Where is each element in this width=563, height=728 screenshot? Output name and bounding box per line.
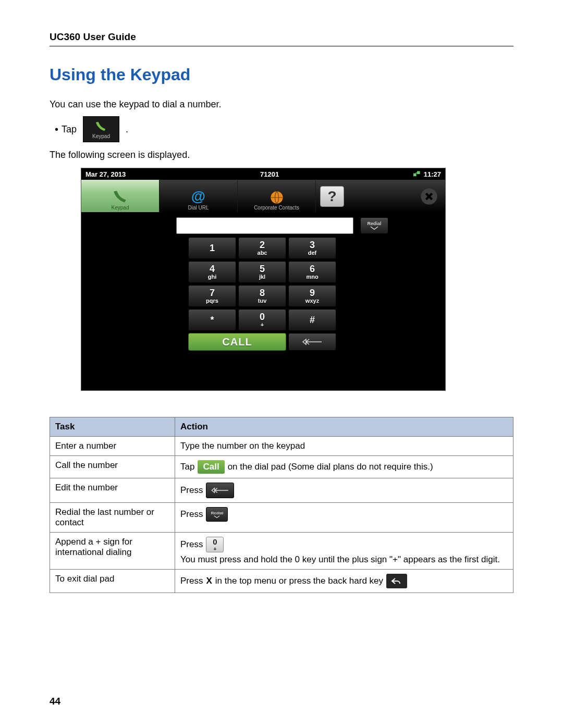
status-bar: Mar 27, 2013 71201 11:27 [81, 168, 445, 180]
status-date: Mar 27, 2013 [85, 170, 126, 178]
call-button[interactable]: CALL [188, 333, 286, 351]
zero-key-chip: 0 + [206, 537, 224, 552]
backspace-button[interactable] [288, 333, 336, 351]
header-tabs: Keypad @ Dial URL Corporate Contacts ? [81, 180, 445, 212]
key-7[interactable]: 7pqrs [188, 285, 236, 307]
device-screenshot: Mar 27, 2013 71201 11:27 Keypad @ Dial U… [81, 168, 446, 391]
status-ext: 71201 [126, 170, 413, 178]
key-1[interactable]: 1 [188, 237, 236, 259]
help-button[interactable]: ? [320, 186, 344, 207]
tab-keypad[interactable]: Keypad [81, 180, 160, 212]
key-#[interactable]: # [288, 309, 336, 331]
chevron-down-icon [370, 226, 378, 230]
page-title: Using the Keypad [50, 65, 513, 84]
page-number: 44 [50, 696, 60, 707]
call-chip: Call [198, 460, 224, 474]
close-icon [420, 188, 438, 205]
followup-text: The following screen is displayed. [50, 149, 513, 162]
svg-rect-0 [413, 174, 417, 177]
backspace-icon [302, 338, 323, 346]
back-hardkey-chip [386, 574, 407, 588]
key-4[interactable]: 4ghi [188, 261, 236, 283]
svg-rect-2 [415, 173, 418, 174]
backspace-chip [206, 483, 234, 498]
key-5[interactable]: 5jkl [238, 261, 286, 283]
chevron-down-icon [213, 515, 221, 519]
back-icon [390, 577, 403, 585]
question-icon: ? [327, 188, 336, 205]
table-row: Enter a number Type the number on the ke… [50, 437, 513, 456]
task-action-table: Task Action Enter a number Type the numb… [50, 417, 513, 593]
close-button[interactable] [417, 186, 441, 207]
intro-text: You can use the keypad to dial a number. [50, 98, 513, 111]
table-row: Call the number Tap Call on the dial pad… [50, 456, 513, 478]
tab-corporate-contacts[interactable]: Corporate Contacts [238, 180, 316, 212]
at-icon: @ [191, 188, 205, 205]
key-8[interactable]: 8tuv [238, 285, 286, 307]
dial-input[interactable] [176, 217, 353, 234]
table-row: Append a + sign for international dialin… [50, 533, 513, 570]
status-time: 11:27 [424, 170, 441, 178]
tap-label: Tap [62, 124, 77, 135]
key-2[interactable]: 2abc [238, 237, 286, 259]
redial-chip: Redial [206, 507, 228, 522]
key-6[interactable]: 6mno [288, 261, 336, 283]
redial-dropdown[interactable]: Redial [360, 217, 388, 234]
tab-dial-url[interactable]: @ Dial URL [160, 180, 238, 212]
th-task: Task [50, 417, 175, 437]
tap-instruction: Tap Keypad . [55, 116, 513, 142]
phone-icon [95, 121, 107, 132]
table-row: Redial the last number or contact Press … [50, 503, 513, 533]
doc-header: UC360 User Guide [50, 31, 513, 46]
key-*[interactable]: * [188, 309, 236, 331]
th-action: Action [175, 417, 513, 437]
network-icon [413, 170, 421, 178]
key-9[interactable]: 9wxyz [288, 285, 336, 307]
phone-icon [113, 189, 128, 205]
table-row: To exit dial pad Press X in the top menu… [50, 570, 513, 593]
keypad-tile-label: Keypad [92, 133, 110, 139]
key-3[interactable]: 3def [288, 237, 336, 259]
backspace-icon [211, 487, 229, 494]
key-0[interactable]: 0+ [238, 309, 286, 331]
table-row: Edit the number Press [50, 478, 513, 503]
keypad-tile[interactable]: Keypad [83, 116, 119, 142]
globe-icon [270, 190, 284, 205]
